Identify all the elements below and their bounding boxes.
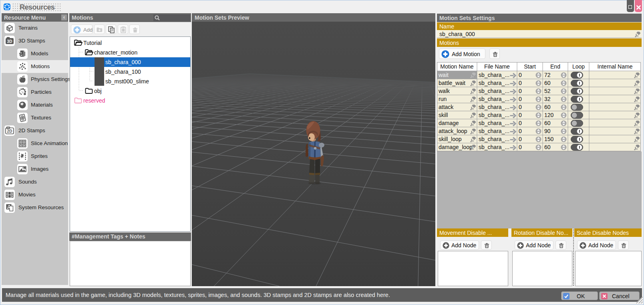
svg-text:2D: 2D xyxy=(7,129,12,133)
svg-text:3D: 3D xyxy=(7,39,12,44)
